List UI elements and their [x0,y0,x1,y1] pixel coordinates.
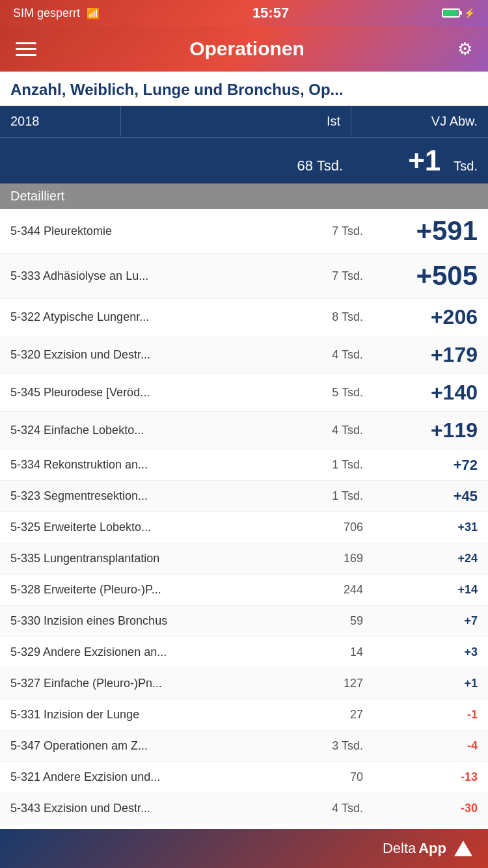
row-ist-value: 59 [308,614,373,628]
row-name: 5-325 Erweiterte Lobekto... [10,521,308,534]
status-bar: SIM gesperrt 📶 15:57 ⚡ [0,0,488,26]
row-vj-value: +14 [373,583,478,597]
row-name: 5-331 Inzision der Lunge [10,708,308,722]
row-vj-value: +140 [373,381,478,405]
status-right: ⚡ [442,8,475,18]
status-left: SIM gesperrt 📶 [13,7,100,20]
section-header: Detailliert [0,183,488,209]
row-vj-value: -30 [373,802,478,815]
row-ist-value: 3 Tsd. [308,739,373,753]
row-name: 5-335 Lungentransplantation [10,552,308,565]
settings-button[interactable]: ⚙ [457,39,472,59]
time-label: 15:57 [252,5,289,21]
brand: Delta App [383,840,472,857]
row-vj-value: -13 [373,770,478,784]
table-row[interactable]: 5-321 Andere Exzision und...70-13 [0,762,488,793]
row-name: 5-327 Einfache (Pleuro-)Pn... [10,677,308,690]
brand-triangle-icon [454,841,472,856]
brand-delta: Delta [383,840,416,857]
carrier-label: SIM gesperrt [13,7,80,20]
row-ist-value: 70 [308,770,373,784]
row-name: 5-333 Adhäsiolyse an Lu... [10,269,308,283]
row-name: 5-322 Atypische Lungenr... [10,310,308,324]
row-name: 5-347 Operationen am Z... [10,739,308,753]
row-vj-value: +1 [373,677,478,690]
column-headers: 2018 Ist VJ Abw. [0,106,488,137]
row-ist-value: 1 Tsd. [308,489,373,503]
row-ist-value: 14 [308,645,373,659]
col-year: 2018 [0,106,120,137]
table-row[interactable]: 5-327 Einfache (Pleuro-)Pn...127+1 [0,668,488,699]
table-body: 5-344 Pleurektomie7 Tsd.+5915-333 Adhäsi… [0,209,488,856]
table-row[interactable]: 5-330 Inzision eines Bronchus59+7 [0,606,488,637]
table-row[interactable]: 5-324 Einfache Lobekto...4 Tsd.+119 [0,412,488,450]
table-row[interactable]: 5-328 Erweiterte (Pleuro-)P...244+14 [0,575,488,606]
table-row[interactable]: 5-333 Adhäsiolyse an Lu...7 Tsd.+505 [0,254,488,299]
table-row[interactable]: 5-344 Pleurektomie7 Tsd.+591 [0,209,488,254]
row-vj-value: +206 [373,305,478,329]
row-name: 5-324 Einfache Lobekto... [10,424,308,437]
row-vj-value: +591 [373,215,478,247]
row-ist-value: 1 Tsd. [308,458,373,472]
row-ist-value: 244 [308,583,373,597]
col-vj-abw: VJ Abw. [351,106,488,137]
row-name: 5-343 Exzision und Destr... [10,802,308,815]
row-vj-value: +3 [373,645,478,659]
row-ist-value: 8 Tsd. [308,310,373,324]
table-row[interactable]: 5-334 Rekonstruktion an...1 Tsd.+72 [0,450,488,481]
table-row[interactable]: 5-322 Atypische Lungenr...8 Tsd.+206 [0,299,488,336]
summary-ist-value: 68 Tsd. [297,157,344,174]
row-vj-value: -1 [373,708,478,722]
row-name: 5-328 Erweiterte (Pleuro-)P... [10,583,308,597]
footer: Delta App [0,829,488,868]
row-vj-value: +31 [373,521,478,534]
row-name: 5-344 Pleurektomie [10,224,308,238]
row-name: 5-323 Segmentresektion... [10,489,308,503]
table-row[interactable]: 5-335 Lungentransplantation169+24 [0,543,488,575]
row-ist-value: 169 [308,552,373,565]
battery-icon [442,8,460,18]
row-vj-value: +72 [373,457,478,474]
table-row[interactable]: 5-323 Segmentresektion...1 Tsd.+45 [0,481,488,512]
wifi-icon: 📶 [87,7,100,20]
summary-row: 68 Tsd. +1 Tsd. [0,137,488,183]
row-ist-value: 706 [308,521,373,534]
row-vj-value: +179 [373,343,478,367]
row-vj-value: +7 [373,614,478,628]
table-row[interactable]: 5-325 Erweiterte Lobekto...706+31 [0,512,488,543]
table-row[interactable]: 5-345 Pleurodese [Veröd...5 Tsd.+140 [0,374,488,412]
table-row[interactable]: 5-320 Exzision und Destr...4 Tsd.+179 [0,336,488,374]
row-name: 5-334 Rekonstruktion an... [10,458,308,472]
row-ist-value: 4 Tsd. [308,424,373,437]
page-title: Anzahl, Weiblich, Lunge und Bronchus, Op… [0,72,488,106]
row-name: 5-321 Andere Exzision und... [10,770,308,784]
table-row[interactable]: 5-329 Andere Exzisionen an...14+3 [0,637,488,668]
row-vj-value: -4 [373,739,478,753]
row-vj-value: +119 [373,418,478,442]
nav-bar: Operationen ⚙ [0,26,488,72]
row-ist-value: 27 [308,708,373,722]
table-row[interactable]: 5-343 Exzision und Destr...4 Tsd.-30 [0,793,488,824]
row-vj-value: +45 [373,488,478,505]
table-row[interactable]: 5-347 Operationen am Z...3 Tsd.-4 [0,731,488,762]
row-name: 5-329 Andere Exzisionen an... [10,645,308,659]
row-name: 5-345 Pleurodese [Veröd... [10,386,308,400]
table-row[interactable]: 5-331 Inzision der Lunge27-1 [0,699,488,731]
menu-button[interactable] [16,42,36,56]
row-ist-value: 4 Tsd. [308,348,373,362]
row-vj-value: +24 [373,552,478,565]
bolt-icon: ⚡ [464,8,475,18]
row-ist-value: 7 Tsd. [308,224,373,238]
brand-app: App [418,840,446,857]
row-name: 5-320 Exzision und Destr... [10,348,308,362]
row-name: 5-330 Inzision eines Bronchus [10,614,308,628]
row-ist-value: 5 Tsd. [308,386,373,400]
summary-vj-unit: Tsd. [454,159,478,174]
col-ist: Ist [120,106,351,137]
summary-vj-value: +1 [408,144,441,177]
row-vj-value: +505 [373,260,478,292]
row-ist-value: 127 [308,677,373,690]
row-ist-value: 7 Tsd. [308,269,373,283]
nav-title: Operationen [189,38,305,60]
row-ist-value: 4 Tsd. [308,802,373,815]
